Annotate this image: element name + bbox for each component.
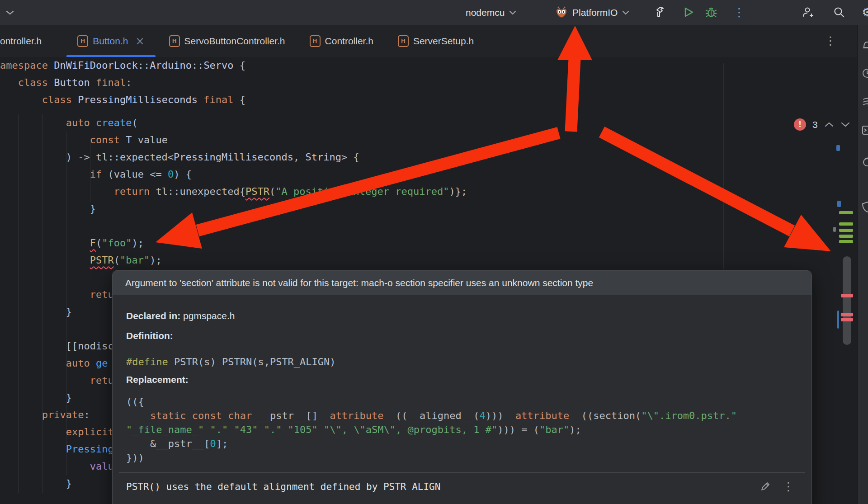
shield-icon[interactable] (860, 200, 868, 214)
settings-button[interactable]: ⚙ (858, 3, 868, 21)
editor-tab-bar: ontroller.h H Button.h × H ServoButtonCo… (0, 25, 857, 57)
sticky-lines-separator (0, 111, 857, 111)
chevron-down-icon (509, 10, 516, 15)
stripe-mark-blue[interactable] (837, 201, 841, 207)
declared-in-row: Declared in: pgmspace.h (126, 311, 235, 321)
code-line: ) -> tl::expected<PressingMilliseconds, … (0, 149, 467, 166)
hard-wrap-guide (723, 63, 724, 270)
platformio-ant-icon (555, 6, 568, 19)
code-line: amespace DnWiFiDoorLock::Arduino::Servo … (0, 57, 245, 74)
run-button[interactable] (679, 3, 698, 21)
declared-in-label: Declared in: (126, 311, 180, 321)
run-configuration-selector[interactable]: PlatformIO (555, 0, 629, 25)
stripe-mark-blue[interactable] (836, 145, 840, 151)
header-file-icon: H (169, 35, 180, 47)
code-with-me-button[interactable] (798, 3, 816, 21)
code-line (0, 217, 467, 235)
define-line: #define PSTR(s) PSTRN(s,PSTR_ALIGN) (126, 353, 336, 371)
replacement-label: Replacement: (126, 374, 189, 385)
popup-footer-note: PSTR() uses the default alignment define… (126, 481, 440, 492)
project-name: nodemcu (466, 7, 505, 18)
tab-label: ServerSetup.h (413, 36, 474, 47)
close-icon[interactable]: × (135, 35, 144, 47)
tab-label: Controller.h (325, 36, 373, 47)
stripe-mark-red[interactable] (841, 313, 853, 316)
code-line: static const char __pstr__[]__attribute_… (126, 409, 737, 423)
ai-bug-icon[interactable] (860, 155, 868, 169)
stripe-mark-green[interactable] (839, 240, 853, 243)
chevron-down-icon[interactable] (4, 6, 16, 19)
project-selector[interactable]: nodemcu (466, 0, 516, 25)
gear-icon: ⚙ (862, 5, 868, 19)
replacement-code: (({ static const char __pstr__[]__attrib… (126, 395, 737, 465)
header-file-icon: H (310, 35, 321, 47)
tab-controller-h[interactable]: H Controller.h (297, 25, 386, 57)
chevron-down-icon (622, 10, 629, 15)
search-everywhere-button[interactable] (830, 3, 848, 21)
error-stripe[interactable] (832, 114, 857, 504)
error-count: 3 (812, 119, 818, 130)
clock-icon[interactable] (860, 66, 868, 80)
definition-label: Definition: (126, 330, 173, 341)
code-line: F("foo"); (0, 235, 467, 252)
code-line: class PressingMilliseconds final { (0, 91, 245, 108)
tab-label: Button.h (93, 36, 128, 47)
play-icon (683, 6, 694, 18)
code-line: return tl::unexpected{PSTR("A positive i… (0, 183, 467, 200)
hammer-icon (654, 6, 666, 18)
code-line: } (0, 200, 467, 217)
more-actions-button[interactable]: ⋮ (730, 3, 748, 21)
stripe-mark-red[interactable] (841, 294, 853, 297)
header-file-icon: H (398, 35, 409, 47)
bell-icon[interactable] (860, 38, 868, 52)
code-line: "_file_name_" "." "43" "." "105" "\", \"… (126, 423, 737, 437)
code-line: if (value <= 0) { (0, 166, 467, 183)
stripe-mark-green[interactable] (839, 235, 853, 238)
search-icon (833, 6, 845, 18)
stripe-mark-green[interactable] (839, 222, 853, 226)
header-file-icon: H (77, 35, 88, 47)
build-button[interactable] (651, 3, 669, 21)
stripe-mark-gray[interactable] (833, 227, 836, 232)
documentation-popup: Argument to 'section' attribute is not v… (112, 270, 812, 504)
tab-options-kebab-icon[interactable]: ⋮ (825, 35, 836, 47)
tab-serversetup-h[interactable]: H ServerSetup.h (386, 25, 486, 57)
tab-controller-h-cut[interactable]: ontroller.h (0, 25, 65, 57)
stripe-mark-green[interactable] (839, 211, 853, 214)
tab-button-h[interactable]: H Button.h × (65, 25, 156, 57)
stripe-mark-green[interactable] (839, 229, 853, 232)
popup-divider (119, 472, 805, 473)
debug-button[interactable] (702, 3, 720, 21)
add-user-icon (801, 6, 814, 19)
code-line: auto create( (0, 114, 467, 132)
stripe-mark-red[interactable] (841, 318, 853, 321)
tab-label: ontroller.h (0, 36, 42, 47)
code-line: #define PSTR(s) PSTRN(s,PSTR_ALIGN) (126, 353, 336, 371)
terminal-icon[interactable] (860, 123, 868, 137)
code-line: })) (126, 451, 737, 465)
kebab-icon: ⋮ (733, 6, 745, 18)
run-configuration-name: PlatformIO (572, 7, 618, 18)
bug-icon (705, 6, 717, 19)
code-line: &__pstr__[0]; (126, 437, 737, 451)
declared-in-value: pgmspace.h (180, 311, 235, 321)
tab-servobuttoncontroller-h[interactable]: H ServoButtonController.h (157, 25, 297, 57)
code-line: class Button final: (0, 74, 245, 91)
code-line: PSTR("bar"); (0, 252, 467, 269)
main-toolbar: nodemcu PlatformIO (0, 0, 868, 25)
code-line: (({ (126, 395, 737, 409)
right-tool-stripe (858, 25, 868, 504)
layers-icon[interactable] (860, 95, 868, 108)
scrollbar-thumb[interactable] (843, 256, 851, 345)
error-badge-icon: ! (794, 118, 806, 131)
popup-options-kebab-icon[interactable]: ⋮ (783, 480, 794, 492)
stripe-mark-blueline[interactable] (837, 311, 839, 329)
code-line: const T value (0, 132, 467, 149)
tab-label: ServoButtonController.h (184, 36, 285, 47)
sticky-context-lines: amespace DnWiFiDoorLock::Arduino::Servo … (0, 57, 245, 108)
popup-error-title: Argument to 'section' attribute is not v… (113, 271, 811, 295)
edit-pencil-icon[interactable] (760, 481, 771, 492)
ide-window: { "colors":{"accent_blue":"#3574f0","tab… (0, 0, 868, 504)
